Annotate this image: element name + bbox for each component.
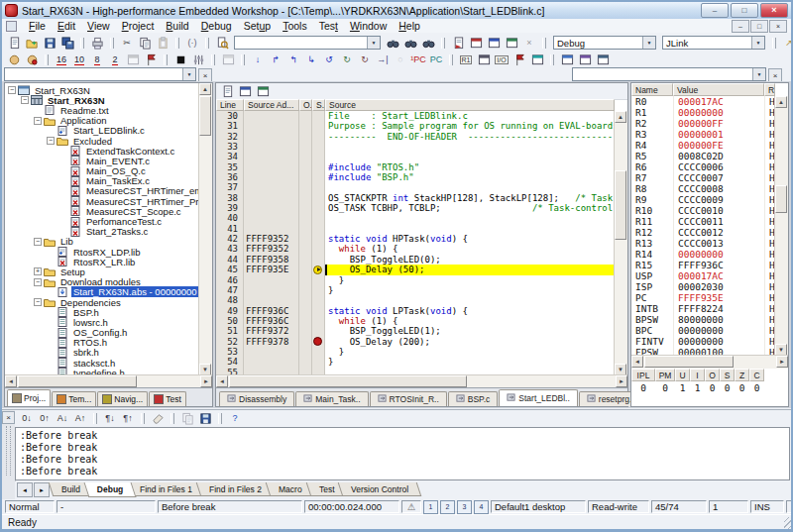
toggle-breakpoint-icon[interactable] xyxy=(142,53,160,67)
software-break-column[interactable] xyxy=(312,357,325,367)
chevron-down-icon[interactable]: ▼ xyxy=(752,68,765,80)
code-line[interactable]: 54} xyxy=(216,357,615,367)
code-line[interactable]: 52FFFF9378 OS_Delay (200); xyxy=(216,337,615,347)
register-row[interactable]: BPSW80000000H xyxy=(631,314,775,325)
set-pc-here-icon[interactable]: ¹PC xyxy=(409,53,427,67)
mdi-close-button[interactable]: × xyxy=(769,20,787,33)
code-line[interactable]: 43FFFF9352 while (1) { xyxy=(216,244,615,254)
onchip-break-column[interactable] xyxy=(299,234,312,244)
status-window-icon[interactable] xyxy=(594,53,612,67)
close-button[interactable]: × xyxy=(760,3,788,18)
find-next-icon[interactable] xyxy=(419,36,437,50)
workspace-tab-test[interactable]: Test xyxy=(149,391,186,406)
software-break-column[interactable] xyxy=(312,244,325,254)
cut-icon[interactable]: ✂ xyxy=(118,36,136,50)
workspace-tab-tem[interactable]: Tem... xyxy=(52,391,96,406)
resize-grip[interactable] xyxy=(784,517,793,529)
register-row[interactable]: R8CCCC0008H xyxy=(631,183,775,194)
register-row[interactable]: INTBFFFF8224H xyxy=(631,303,775,314)
desktop-1-icon[interactable]: 1 xyxy=(423,500,438,514)
tree-item[interactable]: MeasureCST_HRTimer_embOSV xyxy=(5,186,199,196)
output-tab-findinfiles1[interactable]: Find in Files 1 xyxy=(127,482,205,496)
software-break-column[interactable] xyxy=(312,347,325,357)
mdi-minimize-button[interactable]: – xyxy=(732,20,749,33)
software-break-column[interactable] xyxy=(312,306,325,316)
match-braces-icon[interactable]: (·) xyxy=(183,36,201,50)
software-break-column[interactable] xyxy=(312,152,325,161)
code-line[interactable]: 45FFFF935E OS_Delay (50); xyxy=(216,265,615,274)
software-break-column[interactable] xyxy=(312,285,325,295)
onchip-break-column[interactable] xyxy=(299,337,312,347)
tab-scroll-right-icon[interactable]: ► xyxy=(34,482,50,497)
tree-item[interactable]: −Dependencies xyxy=(5,297,199,307)
menu-project[interactable]: Project xyxy=(116,20,161,32)
previous-entry-icon[interactable]: ¶↑ xyxy=(119,412,137,426)
step-out-icon[interactable]: ↰ xyxy=(284,53,302,67)
onchip-break-column[interactable] xyxy=(299,162,312,172)
tree-item[interactable]: Start_2Tasks.c xyxy=(5,227,199,237)
sort-a-down-icon[interactable]: A↓ xyxy=(54,412,71,426)
onchip-break-column[interactable] xyxy=(299,265,312,274)
register-horizontal-scrollbar[interactable]: ◄ ► xyxy=(631,355,788,369)
software-break-column[interactable] xyxy=(312,111,325,121)
document-tab-maintask[interactable]: Main_Task.. xyxy=(295,391,368,406)
tree-item[interactable]: OS_Config.h xyxy=(5,328,199,338)
onchip-break-column[interactable] xyxy=(299,142,312,152)
radix-hex-icon[interactable]: 16 xyxy=(53,53,70,67)
workspace-tab-navig[interactable]: Navig... xyxy=(97,391,148,406)
tree-vertical-scrollbar[interactable]: ▲ ▼ xyxy=(198,83,212,375)
flag-value[interactable]: 0 xyxy=(655,381,675,394)
onchip-break-column[interactable] xyxy=(299,285,312,295)
trace-window-icon[interactable] xyxy=(528,53,546,67)
register-row[interactable]: USP000017ACH xyxy=(631,270,775,281)
flag-value[interactable]: 1 xyxy=(690,381,705,394)
tab-scroll-left-icon[interactable]: ◄ xyxy=(17,482,33,497)
save-file-icon[interactable] xyxy=(41,36,58,50)
mdi-restore-button[interactable]: □ xyxy=(750,20,768,33)
onchip-break-column[interactable] xyxy=(299,295,312,305)
go-icon[interactable]: ↻ xyxy=(338,53,356,67)
software-break-column[interactable] xyxy=(312,132,325,142)
reset-cpu-icon[interactable] xyxy=(5,53,23,67)
session-combo[interactable]: JLink▼ xyxy=(662,36,765,50)
software-break-column[interactable] xyxy=(312,162,325,172)
onchip-break-column[interactable] xyxy=(299,203,312,213)
locals-window-icon[interactable] xyxy=(576,53,594,67)
code-line[interactable]: 48 xyxy=(216,295,615,305)
tree-item[interactable]: MeasureCST_Scope.c xyxy=(5,206,199,216)
command-line-combo-close-icon[interactable]: × xyxy=(198,68,212,82)
onchip-break-column[interactable] xyxy=(299,152,312,161)
software-break-column[interactable] xyxy=(312,203,325,213)
register-row[interactable]: R15FFFF936CH xyxy=(631,260,775,270)
onchip-break-column[interactable] xyxy=(299,275,312,285)
view-disassembly-icon[interactable] xyxy=(236,84,254,98)
tree-item[interactable]: −Application xyxy=(5,116,199,126)
code-line[interactable]: 34 xyxy=(216,152,615,161)
step-in-icon[interactable]: ↓ xyxy=(249,53,267,67)
register-row[interactable]: ISP00002030H xyxy=(631,281,775,292)
build-icon[interactable] xyxy=(467,36,485,50)
output-text[interactable]: :Before break:Before break:Before break:… xyxy=(15,427,790,480)
software-break-column[interactable] xyxy=(312,213,325,223)
onchip-break-column[interactable] xyxy=(299,326,312,336)
tree-item[interactable]: Start_RX63N.abs - 00000000 xyxy=(5,287,199,297)
tree-item[interactable]: −Download modules xyxy=(5,277,199,287)
onchip-break-column[interactable] xyxy=(299,121,312,131)
onchip-break-column[interactable] xyxy=(299,132,312,142)
chevron-down-icon[interactable]: ▼ xyxy=(642,37,655,49)
stop-build-icon[interactable]: × xyxy=(520,36,538,50)
radix-decimal-icon[interactable]: 10 xyxy=(70,53,88,67)
register-row[interactable]: PCFFFF935EH xyxy=(631,292,775,303)
register-row[interactable]: R2000000FFH xyxy=(631,118,775,129)
editor-horizontal-scrollbar[interactable]: ◄ ► xyxy=(216,374,627,388)
desktop-3-icon[interactable]: 3 xyxy=(457,500,472,514)
memory-window-icon[interactable] xyxy=(475,53,493,67)
tree-item[interactable]: RtosRX_LR.lib xyxy=(5,257,199,266)
software-break-column[interactable] xyxy=(312,234,325,244)
collapse-icon[interactable]: − xyxy=(34,278,42,286)
tree-item[interactable]: RTOS.h xyxy=(5,338,199,348)
tree-item[interactable]: RtosRX_LDP.lib xyxy=(5,247,199,257)
output-tab-findinfiles2[interactable]: Find in Files 2 xyxy=(196,482,275,496)
go-options-icon[interactable] xyxy=(189,53,207,67)
go-reset-icon[interactable]: ↻ xyxy=(356,53,374,67)
